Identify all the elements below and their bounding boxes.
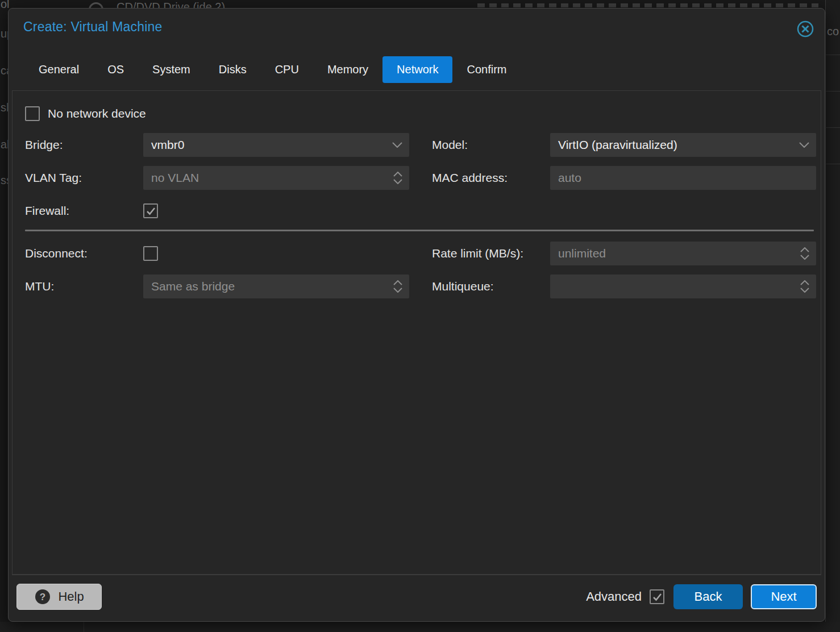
tab-system[interactable]: System [138, 56, 205, 83]
bridge-combobox[interactable]: vmbr0 [143, 133, 409, 157]
multiqueue-spinner[interactable] [550, 275, 816, 298]
help-button-label: Help [58, 589, 84, 604]
chevron-down-icon[interactable] [392, 133, 402, 157]
dialog-footer: ? Help Advanced Back Next [12, 575, 821, 618]
network-form-panel: No network device Bridge: vmbr0 Model: V… [12, 90, 821, 575]
backdrop-table-edge: co [825, 0, 840, 622]
mac-address-label: MAC address: [432, 171, 550, 185]
model-combobox[interactable]: VirtIO (paravirtualized) [550, 133, 816, 157]
vlan-tag-label: VLAN Tag: [25, 171, 143, 185]
model-label: Model: [432, 138, 550, 152]
spinner-icon[interactable] [393, 166, 402, 190]
backdrop-sidebar-fragment: ol [1, 0, 10, 11]
bridge-value: vmbr0 [151, 138, 184, 152]
next-button[interactable]: Next [751, 584, 817, 609]
firewall-checkbox[interactable] [143, 203, 158, 218]
bridge-label: Bridge: [25, 138, 143, 152]
svg-text:?: ? [40, 592, 45, 602]
spinner-icon[interactable] [800, 242, 809, 265]
spinner-icon[interactable] [800, 275, 809, 298]
create-vm-dialog: Create: Virtual Machine General OS Syste… [8, 8, 825, 622]
backdrop-column-fragment: co [827, 25, 839, 38]
disconnect-checkbox[interactable] [143, 246, 158, 261]
tab-os[interactable]: OS [93, 56, 138, 83]
back-button[interactable]: Back [673, 584, 743, 609]
tab-cpu[interactable]: CPU [261, 56, 313, 83]
advanced-label: Advanced [586, 589, 642, 604]
help-button[interactable]: ? Help [16, 584, 102, 610]
model-value: VirtIO (paravirtualized) [558, 138, 677, 152]
mtu-placeholder: Same as bridge [151, 280, 235, 293]
advanced-section-divider [25, 230, 814, 231]
firewall-label: Firewall: [25, 204, 143, 218]
backdrop-bottom [0, 622, 840, 632]
multiqueue-label: Multiqueue: [432, 280, 550, 293]
rate-limit-spinner[interactable]: unlimited [550, 242, 816, 265]
vlan-tag-placeholder: no VLAN [151, 171, 199, 185]
dialog-title: Create: Virtual Machine [23, 19, 163, 35]
tab-disks[interactable]: Disks [205, 56, 261, 83]
tab-confirm[interactable]: Confirm [452, 56, 521, 83]
rate-limit-label: Rate limit (MB/s): [432, 247, 550, 260]
vlan-tag-spinner[interactable]: no VLAN [143, 166, 409, 190]
tab-network[interactable]: Network [382, 56, 452, 83]
question-icon: ? [34, 588, 51, 605]
advanced-checkbox[interactable] [650, 589, 664, 604]
spinner-icon[interactable] [393, 275, 402, 298]
chevron-down-icon[interactable] [799, 133, 809, 157]
mtu-label: MTU: [25, 280, 143, 293]
mtu-spinner[interactable]: Same as bridge [143, 275, 409, 298]
backdrop-divider [84, 622, 84, 632]
mac-address-input[interactable]: auto [550, 166, 816, 190]
wizard-tabbar: General OS System Disks CPU Memory Netwo… [24, 56, 521, 83]
close-icon[interactable] [796, 20, 814, 38]
tab-general[interactable]: General [24, 56, 93, 83]
backdrop-faded-text [477, 3, 818, 7]
tab-memory[interactable]: Memory [313, 56, 382, 83]
mac-address-placeholder: auto [558, 171, 581, 185]
no-network-device-label: No network device [48, 107, 146, 120]
rate-limit-placeholder: unlimited [558, 247, 606, 260]
disconnect-label: Disconnect: [25, 247, 143, 260]
no-network-device-checkbox[interactable] [25, 106, 40, 121]
